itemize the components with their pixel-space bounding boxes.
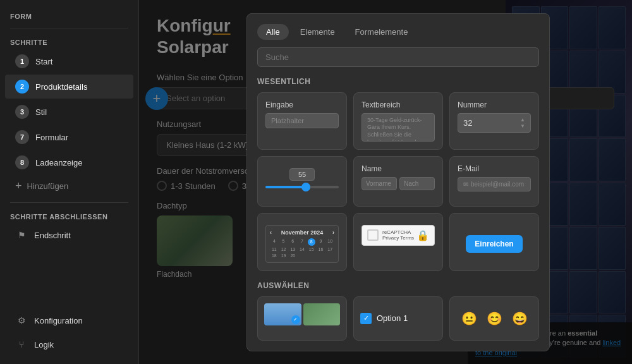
img-thumb-sky: ✓ (264, 303, 301, 325)
sidebar-divider-top (10, 28, 128, 28)
tab-formelemente[interactable]: Formelemente (346, 24, 417, 40)
img-check: ✓ (291, 315, 300, 324)
sidebar-item-start[interactable]: 1 Start (5, 49, 133, 73)
nummer-preview: 32 ▲ ▼ (458, 113, 531, 142)
email-field: ✉ beispiel@mail.com (458, 177, 531, 191)
step-num-7: 7 (15, 130, 29, 144)
sidebar-konfiguration-label: Konfiguration (34, 316, 83, 325)
sidebar-item-label-start: Start (35, 57, 52, 66)
element-textbereich[interactable]: Textbereich 30-Tage Geld-zurück-Gara Ihr… (353, 92, 443, 150)
finish-label: Schritte abschließen (0, 208, 138, 223)
cal-prev: ‹ (270, 229, 272, 236)
nummer-value: 32 ▲ ▼ (458, 113, 531, 133)
cal-cell: 13 (288, 246, 297, 252)
cal-cell: 17 (325, 246, 334, 252)
cal-today: 8 (308, 238, 315, 246)
cal-grid: 4 5 6 7 8 9 10 11 12 13 14 (270, 238, 334, 258)
slider-fill (265, 186, 306, 188)
captcha-text: reCAPTCHA (382, 229, 414, 235)
email-preview: ✉ beispiel@mail.com (458, 177, 531, 198)
element-slider[interactable]: 55 (257, 156, 347, 207)
cal-cell: 6 (288, 238, 297, 246)
captcha-widget: reCAPTCHA Privacy Terms 🔒 (362, 225, 435, 246)
cal-header: ‹ November 2024 › (270, 229, 334, 236)
sidebar-item-ladeanzeige[interactable]: 8 Ladeanzeige (5, 150, 133, 174)
name-label: Name (362, 164, 435, 173)
main-area: Konfigur Solarpar Wählen Sie eine Option… (139, 0, 632, 364)
step-num-3: 3 (15, 105, 29, 119)
element-calendar[interactable]: ‹ November 2024 › 4 5 6 7 8 9 (257, 213, 347, 271)
branch-icon: ⑂ (15, 338, 28, 351)
element-email[interactable]: E-Mail ✉ beispiel@mail.com (449, 156, 539, 207)
form-label: Form (0, 8, 138, 23)
wesentlich-title: Wesentlich (257, 77, 539, 86)
tab-elemente[interactable]: Elemente (291, 24, 344, 40)
element-eingabe[interactable]: Eingabe Platzhalter (257, 92, 347, 150)
vorname-field: Vorname (362, 177, 397, 190)
step-num-8: 8 (15, 155, 29, 169)
option1-check: ✓ (360, 313, 372, 324)
option1-label: Option 1 (377, 313, 408, 323)
email-label: E-Mail (458, 164, 531, 173)
textbereich-preview: 30-Tage Geld-zurück-Gara Ihrem Kurs. Sch… (362, 113, 435, 142)
eingabe-placeholder: Platzhalter (265, 113, 339, 128)
sidebar: Form Schritte 1 Start 2 Produktdetails 3… (0, 0, 139, 364)
sidebar-item-label-stil: Stil (35, 107, 47, 117)
img-thumb-green (303, 303, 341, 325)
slider-thumb (301, 183, 310, 191)
emoji-happy: 😄 (512, 311, 528, 326)
sidebar-item-label-ladeanzeige: Ladeanzeige (35, 158, 82, 167)
step-num-1: 1 (15, 54, 29, 68)
element-nummer[interactable]: Nummer 32 ▲ ▼ (449, 92, 539, 150)
cal-cell: 16 (317, 246, 325, 252)
eingabe-label: Eingabe (265, 100, 339, 109)
cal-cell: 15 (307, 246, 316, 252)
panel-search-input[interactable] (257, 47, 539, 67)
image-select-preview: ✓ (264, 303, 340, 325)
panel-tabs: Alle Elemente Formelemente (257, 24, 539, 40)
calendar-widget: ‹ November 2024 › 4 5 6 7 8 9 (265, 225, 339, 263)
nachname-field: Nach (399, 177, 435, 190)
cal-cell: 9 (317, 238, 325, 246)
sidebar-item-produktdetails[interactable]: 2 Produktdetails (5, 75, 133, 99)
flag-icon: ⚑ (15, 229, 28, 241)
cal-cell: 20 (288, 253, 297, 258)
auswahlen-option1[interactable]: ✓ Option 1 (353, 296, 443, 341)
cal-cell: 4 (270, 238, 279, 246)
sidebar-item-konfiguration[interactable]: ⚙ Konfiguration (5, 309, 133, 332)
element-name[interactable]: Name Vorname Nach (353, 156, 443, 207)
overlay: Alle Elemente Formelemente Wesentlich Ei… (139, 0, 632, 364)
cal-cell: 14 (298, 246, 307, 252)
captcha-left: reCAPTCHA Privacy Terms (367, 229, 414, 241)
auswahlen-emoji[interactable]: 😐 😊 😄 (449, 296, 539, 341)
sidebar-item-stil[interactable]: 3 Stil (5, 100, 133, 124)
auswahlen-image-select[interactable]: ✓ (257, 296, 347, 341)
element-captcha[interactable]: reCAPTCHA Privacy Terms 🔒 (353, 213, 443, 271)
tab-alle[interactable]: Alle (257, 24, 289, 40)
emoji-neutral: 😐 (461, 311, 477, 326)
option1-selected: ✓ Option 1 (360, 313, 436, 324)
textbereich-label: Textbereich (362, 100, 435, 109)
sidebar-item-label-formular: Formular (35, 133, 68, 142)
cal-month: November 2024 (281, 229, 324, 236)
gear-icon: ⚙ (15, 314, 28, 327)
slider-value: 55 (289, 168, 315, 181)
sidebar-divider-mid (10, 202, 128, 203)
eingabe-preview: Platzhalter (265, 113, 339, 142)
steps-label: Schritte (0, 33, 138, 49)
name-preview: Vorname Nach (362, 177, 435, 198)
submit-preview: Einreichen (458, 225, 531, 263)
sidebar-item-formular[interactable]: 7 Formular (5, 125, 133, 149)
element-submit[interactable]: Einreichen (449, 213, 539, 271)
sidebar-item-logik[interactable]: ⑂ Logik (5, 333, 133, 356)
slider-track (265, 186, 339, 188)
submit-button-preview: Einreichen (466, 235, 522, 253)
cal-cell: 18 (270, 253, 279, 258)
add-step-button[interactable]: + Hinzufügen (5, 176, 133, 197)
cal-cell: 11 (270, 246, 279, 252)
captcha-checkbox (367, 229, 379, 241)
sidebar-item-endschritt[interactable]: ⚑ Endschritt (5, 224, 133, 246)
calendar-preview: ‹ November 2024 › 4 5 6 7 8 9 (265, 225, 339, 263)
add-step-label: Hinzufügen (27, 181, 69, 191)
elements-grid: Eingabe Platzhalter Textbereich 30-Tage … (257, 92, 539, 271)
